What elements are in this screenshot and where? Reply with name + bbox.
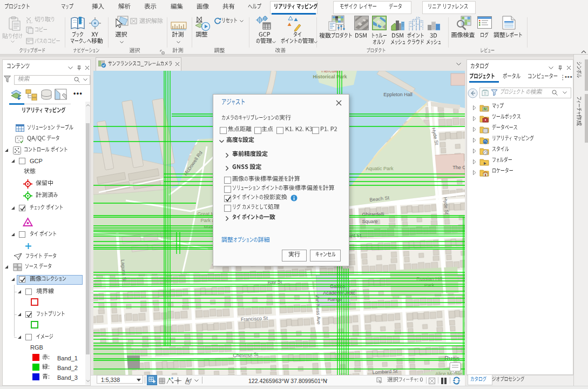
svg-text:The Ca: The Ca bbox=[452, 165, 465, 170]
svg-text:Park: Park bbox=[424, 283, 435, 288]
svg-text:Ghirardelli: Ghirardelli bbox=[362, 212, 384, 217]
svg-text:Eppleton Hall: Eppleton Hall bbox=[383, 92, 413, 97]
svg-text:Hercules: Hercules bbox=[321, 71, 341, 73]
svg-text:N: N bbox=[186, 379, 190, 384]
svg-text:Square: Square bbox=[362, 219, 377, 224]
svg-text:Aquatic Park: Aquatic Park bbox=[366, 166, 394, 171]
svg-text:Alice Marble: Alice Marble bbox=[435, 371, 462, 375]
svg-text:Historical Park: Historical Park bbox=[313, 74, 347, 79]
